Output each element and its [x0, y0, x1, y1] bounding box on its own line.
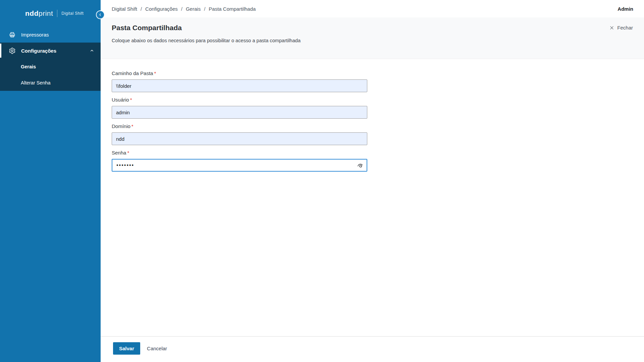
required-marker: * — [154, 70, 156, 76]
field-label-text: Caminho da Pasta — [112, 70, 153, 76]
brand-name-light: print — [39, 9, 53, 17]
field-label: Usuário* — [112, 97, 367, 103]
required-marker: * — [127, 150, 129, 156]
required-marker: * — [130, 97, 132, 103]
printer-icon — [8, 31, 16, 38]
reveal-password-eye-icon[interactable] — [357, 162, 364, 169]
field-dominio: Domínio* — [112, 123, 367, 145]
field-caminho-da-pasta: Caminho da Pasta* — [112, 70, 367, 92]
close-icon — [609, 25, 614, 30]
breadcrumb-item-digital-shift[interactable]: Digital Shift — [112, 6, 137, 12]
required-marker: * — [131, 123, 133, 129]
sidebar-item-label: Configurações — [21, 48, 56, 54]
panel-header: Pasta Compartilhada Coloque abaixo os da… — [101, 17, 644, 59]
field-label: Senha* — [112, 149, 367, 156]
sidebar-nav: Impressoras Configurações — [0, 26, 101, 91]
chevron-up-icon — [90, 48, 94, 53]
app-root: nddprint Digital Shift Impressoras — [0, 0, 644, 362]
input-wrap — [112, 79, 367, 92]
breadcrumb-item-pasta-compartilhada[interactable]: Pasta Compartilhada — [209, 6, 256, 12]
sidebar: nddprint Digital Shift Impressoras — [0, 0, 101, 362]
close-button[interactable]: Fechar — [609, 25, 633, 31]
sidebar-item-gerais[interactable]: Gerais — [0, 59, 101, 75]
field-label-text: Senha — [112, 150, 126, 156]
sidebar-subitem-label: Gerais — [21, 64, 36, 69]
breadcrumb-item-configuracoes[interactable]: Configurações — [145, 6, 178, 12]
chevron-left-icon — [98, 13, 102, 17]
field-label-text: Usuário — [112, 97, 129, 103]
breadcrumb-separator: / — [141, 6, 142, 12]
field-label: Domínio* — [112, 123, 367, 130]
brand-name: nddprint — [25, 9, 53, 17]
sidebar-item-label: Impressoras — [21, 32, 49, 38]
main-area: Digital Shift / Configurações / Gerais /… — [101, 0, 644, 362]
active-accent-bar — [0, 44, 1, 58]
breadcrumb: Digital Shift / Configurações / Gerais /… — [112, 6, 256, 12]
sidebar-configuracoes-group: Configurações Gerais Alterar Senha — [0, 43, 101, 91]
input-wrap — [112, 159, 367, 172]
field-label: Caminho da Pasta* — [112, 70, 367, 77]
form-content: Caminho da Pasta* Usuário* Domínio* Senh… — [101, 59, 644, 336]
page-subtitle: Coloque abaixo os dados necessários para… — [112, 38, 633, 43]
field-senha: Senha* — [112, 149, 367, 172]
senha-input[interactable] — [112, 159, 367, 172]
sidebar-collapse-button[interactable] — [96, 10, 105, 19]
dominio-input[interactable] — [112, 132, 367, 145]
breadcrumb-separator: / — [204, 6, 205, 12]
usuario-input[interactable] — [112, 106, 367, 119]
save-button[interactable]: Salvar — [113, 342, 140, 355]
user-menu[interactable]: Admin — [618, 6, 633, 12]
breadcrumb-separator: / — [181, 6, 182, 12]
brand-product: Digital Shift — [61, 11, 84, 16]
page-title: Pasta Compartilhada — [112, 23, 633, 32]
input-wrap — [112, 106, 367, 119]
close-button-label: Fechar — [617, 25, 633, 31]
brand-logo: nddprint Digital Shift — [0, 0, 101, 26]
footer-bar: Salvar Cancelar — [101, 336, 644, 362]
sidebar-subitem-label: Alterar Senha — [21, 80, 51, 85]
breadcrumb-item-gerais[interactable]: Gerais — [186, 6, 201, 12]
logo-divider — [57, 10, 57, 17]
cancel-button[interactable]: Cancelar — [147, 342, 167, 355]
gear-icon — [8, 47, 16, 54]
sidebar-item-alterar-senha[interactable]: Alterar Senha — [0, 75, 101, 91]
field-usuario: Usuário* — [112, 97, 367, 119]
topbar: Digital Shift / Configurações / Gerais /… — [101, 0, 644, 17]
caminho-da-pasta-input[interactable] — [112, 79, 367, 92]
field-label-text: Domínio — [112, 123, 130, 129]
sidebar-item-configuracoes[interactable]: Configurações — [0, 43, 101, 59]
brand-name-bold: ndd — [25, 9, 39, 17]
input-wrap — [112, 132, 367, 145]
sidebar-item-impressoras[interactable]: Impressoras — [0, 26, 101, 43]
